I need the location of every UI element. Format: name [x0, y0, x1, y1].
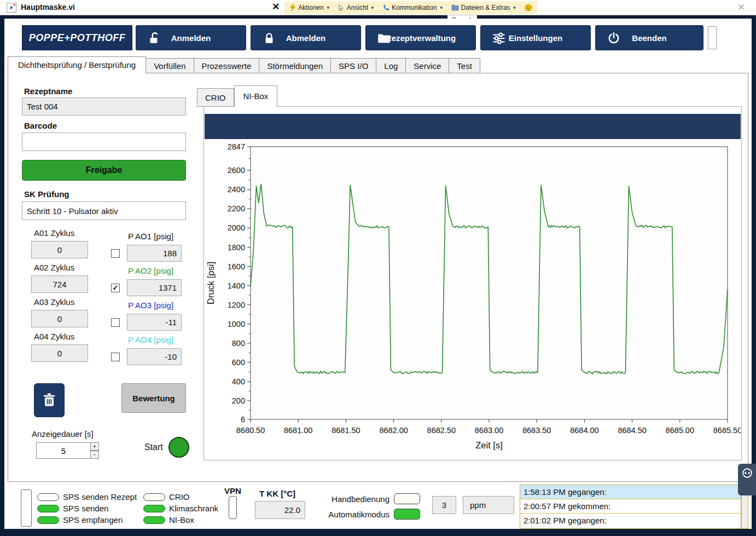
- svg-text:200: 200: [232, 396, 245, 405]
- automatikmodus-row: Automatikmodus: [323, 509, 420, 520]
- klimaschrank-label: Klimaschrank: [169, 504, 218, 513]
- tab-test[interactable]: Test: [449, 58, 480, 73]
- crio-label: CRIO: [169, 492, 190, 502]
- toolbar-end-indicator: [708, 26, 717, 49]
- start-led[interactable]: [168, 437, 189, 458]
- phone-icon: [382, 4, 389, 11]
- menu-kommunikation[interactable]: Kommunikation▼: [382, 4, 444, 11]
- nibox-led: [143, 516, 165, 524]
- window-close-icon[interactable]: ✕: [737, 2, 745, 13]
- svg-text:2400: 2400: [228, 185, 245, 194]
- folder-small-icon: [451, 4, 459, 11]
- a01-zyklus-value: 0: [31, 241, 88, 258]
- a03-zyklus-label: A03 Zyklus: [34, 297, 74, 307]
- freigabe-button[interactable]: Freigabe: [22, 160, 186, 181]
- increment-button[interactable]: +: [91, 442, 99, 451]
- barcode-input[interactable]: [22, 132, 186, 151]
- p-ao4-label: P AO4 [psig]: [128, 335, 173, 344]
- chart-tab-bar: CRIO NI-Box: [197, 85, 277, 107]
- svg-text:600: 600: [232, 358, 245, 367]
- sk-pruefung-field: Schritt 10 - Pulsator aktiv: [22, 201, 186, 220]
- svg-text:Druck [psi]: Druck [psi]: [206, 262, 216, 304]
- svg-text:8685.50: 8685.50: [713, 426, 741, 435]
- abmelden-label: Abmelden: [251, 26, 360, 50]
- abmelden-button[interactable]: Abmelden: [251, 25, 361, 50]
- p-ao1-value: 188: [127, 245, 182, 262]
- klimaschrank-led: [143, 505, 165, 512]
- svg-text:8682.00: 8682.00: [379, 426, 408, 435]
- automatikmodus-led: [394, 509, 420, 520]
- chevron-down-icon: ▼: [326, 5, 330, 10]
- rezeptname-field: Test 004: [22, 97, 186, 116]
- tkk-value-field: 22.0: [255, 501, 305, 519]
- tab-sps-io[interactable]: SPS I/O: [331, 58, 376, 73]
- sps-empfangen-label: SPS empfangen: [63, 515, 123, 525]
- svg-text:2200: 2200: [228, 204, 245, 213]
- menu-aktionen[interactable]: Aktionen▼: [290, 4, 330, 11]
- handbedienung-label: Handbedienung: [332, 494, 389, 504]
- log-row: 1:58:13 PM gegangen:: [520, 485, 741, 499]
- ppm-value-field: 3: [432, 496, 456, 514]
- tab-log[interactable]: Log: [376, 58, 406, 73]
- main-tab-bar: Dichtheitsprüfung / Berstprüfung Vorfüll…: [8, 56, 480, 73]
- log-row: 2:01:02 PM gegangen:: [520, 514, 741, 528]
- vpn-label: VPN: [224, 486, 241, 495]
- svg-text:8681.00: 8681.00: [284, 426, 312, 435]
- barcode-label: Barcode: [24, 121, 57, 130]
- svg-text:1200: 1200: [228, 301, 245, 309]
- smiley-icon[interactable]: [525, 4, 532, 11]
- anmelden-button[interactable]: Anmelden: [136, 25, 246, 50]
- log-row: 2:00:57 PM gekommen:: [520, 499, 741, 514]
- menu-close-icon[interactable]: ✕: [272, 1, 280, 13]
- menu-ansicht[interactable]: Ansicht▼: [338, 4, 375, 11]
- svg-text:6: 6: [241, 415, 245, 424]
- svg-text:1000: 1000: [228, 320, 245, 328]
- p-ao1-checkbox[interactable]: [111, 249, 120, 258]
- a01-zyklus-label: A01 Zyklus: [34, 228, 74, 238]
- event-log: 1:58:13 PM gegangen: 2:00:57 PM gekommen…: [520, 485, 741, 529]
- p-ao4-checkbox[interactable]: [111, 353, 120, 361]
- chart-header-bar: [205, 114, 741, 139]
- handbedienung-led: [394, 493, 420, 504]
- tab-stoermeldungen[interactable]: Störmeldungen: [259, 58, 331, 73]
- menu-dateien-extras[interactable]: Dateien & Extras▼: [451, 4, 517, 11]
- sps-empfangen-led: [37, 516, 59, 524]
- tab-prozesswerte[interactable]: Prozesswerte: [194, 58, 260, 73]
- einstellungen-button[interactable]: Einstellungen: [480, 25, 591, 50]
- svg-text:800: 800: [232, 339, 245, 348]
- rezeptverwaltung-label: Rezeptverwaltung: [366, 26, 475, 50]
- chevron-down-icon: ▼: [439, 5, 444, 10]
- svg-text:8684.00: 8684.00: [570, 426, 598, 435]
- svg-text:8685.00: 8685.00: [666, 426, 694, 435]
- teamviewer-icon[interactable]: [738, 464, 756, 495]
- vpn-indicator: [229, 496, 237, 519]
- bewertung-button[interactable]: Bewertung: [121, 383, 186, 413]
- a04-zyklus-label: A04 Zyklus: [34, 332, 74, 341]
- rezeptverwaltung-button[interactable]: Rezeptverwaltung: [365, 25, 476, 50]
- lightning-icon: [290, 4, 296, 11]
- tab-vorfuellen[interactable]: Vorfüllen: [146, 58, 194, 73]
- crio-row: CRIO: [143, 492, 190, 502]
- chart-tab-crio[interactable]: CRIO: [197, 88, 234, 107]
- delete-button[interactable]: [34, 383, 65, 417]
- p-ao2-checkbox[interactable]: [111, 284, 120, 292]
- chart-tab-nibox[interactable]: NI-Box: [234, 85, 278, 107]
- trash-icon: [40, 390, 58, 410]
- decrement-button[interactable]: −: [91, 451, 99, 459]
- svg-text:400: 400: [232, 377, 245, 386]
- automatikmodus-label: Automatikmodus: [328, 510, 389, 519]
- nibox-label: NI-Box: [169, 515, 194, 525]
- tab-dichtheitspruefung[interactable]: Dichtheitsprüfung / Berstprüfung: [8, 56, 146, 73]
- tab-service[interactable]: Service: [406, 58, 449, 73]
- svg-text:2000: 2000: [228, 223, 245, 232]
- beenden-button[interactable]: Beenden: [595, 25, 703, 50]
- svg-text:8680.50: 8680.50: [236, 426, 265, 435]
- svg-text:8683.50: 8683.50: [522, 426, 551, 435]
- a02-zyklus-value: 724: [31, 275, 88, 293]
- sps-senden-rezept-row: SPS senden Rezept: [37, 492, 137, 502]
- pressure-chart: 2847260024002200200018001600140012001000…: [205, 140, 741, 458]
- anzeigedauer-input[interactable]: [36, 442, 91, 459]
- chevron-down-icon: ▼: [513, 5, 517, 10]
- p-ao3-checkbox[interactable]: [111, 318, 120, 327]
- tkk-label: T KK [°C]: [259, 489, 295, 498]
